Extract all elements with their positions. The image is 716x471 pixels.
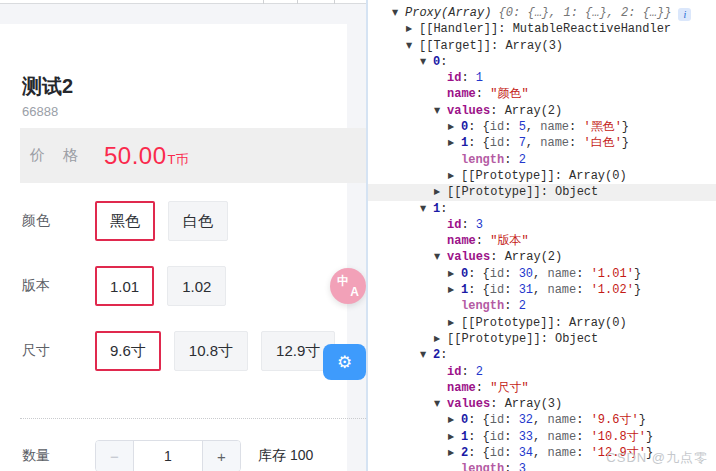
- console-token: :: [461, 365, 475, 379]
- console-row[interactable]: ▼values: Array(3): [368, 396, 716, 412]
- console-token: :: [504, 136, 518, 150]
- console-token: :: [555, 169, 569, 183]
- console-token: [[Prototype]]: [447, 332, 541, 346]
- console-row[interactable]: ▶1: {id: 33, name: '10.8寸'}: [368, 429, 716, 445]
- console-token: name: [447, 87, 476, 101]
- console-token: Array(3): [505, 397, 563, 411]
- expand-arrow-icon[interactable]: ▶: [448, 315, 459, 331]
- console-token: values: [447, 397, 490, 411]
- console-row[interactable]: id: 2: [368, 364, 716, 380]
- console-row[interactable]: name: "版本": [368, 233, 716, 249]
- console-token: 7: [519, 136, 526, 150]
- console-row[interactable]: ▶1: {id: 7, name: '白色'}: [368, 135, 716, 151]
- console-row[interactable]: ▼values: Array(2): [368, 249, 716, 265]
- expand-arrow-icon[interactable]: ▶: [448, 282, 459, 298]
- console-token: }: [639, 413, 646, 427]
- expand-arrow-icon[interactable]: ▶: [448, 445, 459, 461]
- console-token: id: [447, 71, 461, 85]
- console-token: :: [440, 202, 447, 216]
- spec-option-button[interactable]: 1.01: [95, 266, 154, 306]
- console-row[interactable]: ▶[[Prototype]]: Array(0): [368, 315, 716, 331]
- console-row[interactable]: length: 2: [368, 298, 716, 314]
- expand-arrow-icon[interactable]: ▶: [448, 266, 459, 282]
- expand-arrow-icon[interactable]: ▶: [434, 331, 445, 347]
- expand-arrow-icon[interactable]: ▶: [448, 429, 459, 445]
- quantity-increase-button[interactable]: +: [202, 441, 240, 471]
- console-row[interactable]: name: "尺寸": [368, 380, 716, 396]
- spec-option-button[interactable]: 1.02: [167, 266, 226, 306]
- quantity-stepper: − +: [95, 440, 241, 471]
- collapse-arrow-icon[interactable]: ▼: [434, 249, 445, 265]
- collapse-arrow-icon[interactable]: ▼: [406, 38, 417, 54]
- spec-option-button[interactable]: 9.6寸: [95, 331, 161, 371]
- settings-floating-button[interactable]: ⚙: [323, 344, 366, 380]
- spec-option-button[interactable]: 黑色: [95, 201, 155, 241]
- collapse-arrow-icon[interactable]: ▼: [420, 201, 431, 217]
- console-token: ,: [533, 267, 547, 281]
- console-row[interactable]: ▼[[Target]]: Array(3): [368, 38, 716, 54]
- console-row[interactable]: id: 1: [368, 70, 716, 86]
- console-token: 2: [519, 153, 526, 167]
- console-row[interactable]: ▶[[Prototype]]: Object: [368, 331, 716, 347]
- console-token: :: [569, 120, 583, 134]
- console-row[interactable]: ▶[[Prototype]]: Object: [368, 184, 716, 200]
- screenshot-root: 测试2 66888 价格 50.00 T币 颜色黑色白色版本1.011.02尺寸…: [0, 0, 716, 471]
- spec-option-button[interactable]: 白色: [168, 201, 228, 241]
- stock-text: 库存 100: [258, 447, 313, 465]
- translate-floating-button[interactable]: 中 A: [330, 268, 366, 304]
- console-token: id: [490, 120, 504, 134]
- console-row[interactable]: ▼values: Array(2): [368, 103, 716, 119]
- console-token: id: [490, 283, 504, 297]
- console-row[interactable]: name: "颜色": [368, 86, 716, 102]
- console-row[interactable]: length: 2: [368, 152, 716, 168]
- collapse-arrow-icon[interactable]: ▼: [434, 396, 445, 412]
- console-token: [[Handler]]: [419, 22, 498, 36]
- console-token: id: [447, 218, 461, 232]
- console-row[interactable]: ▶[[Handler]]: MutableReactiveHandler: [368, 21, 716, 37]
- quantity-input[interactable]: [134, 441, 202, 471]
- console-token: Array(0): [569, 316, 627, 330]
- console-row[interactable]: ▼2:: [368, 347, 716, 363]
- expand-arrow-icon[interactable]: ▶: [406, 21, 417, 37]
- console-token: id: [490, 136, 504, 150]
- console-token: id: [490, 413, 504, 427]
- console-token: {0: {…}, 1: {…}, 2: {…}}: [491, 6, 671, 20]
- console-row[interactable]: ▶0: {id: 5, name: '黑色'}: [368, 119, 716, 135]
- console-token: name: [547, 430, 576, 444]
- console-token: :: [476, 381, 490, 395]
- console-token: :: [476, 87, 490, 101]
- collapse-arrow-icon[interactable]: ▼: [392, 5, 403, 21]
- expand-arrow-icon[interactable]: ▶: [448, 168, 459, 184]
- expand-arrow-icon[interactable]: ▶: [448, 119, 459, 135]
- console-token: {: [483, 413, 490, 427]
- devtools-console[interactable]: ▼Proxy(Array) {0: {…}, 1: {…}, 2: {…}}i▶…: [368, 0, 716, 471]
- console-token: {: [483, 267, 490, 281]
- watermark-text: CSDN @九点零: [606, 449, 708, 467]
- info-icon[interactable]: i: [678, 8, 691, 21]
- console-row[interactable]: ▶0: {id: 32, name: '9.6寸'}: [368, 412, 716, 428]
- collapse-arrow-icon[interactable]: ▼: [420, 54, 431, 70]
- console-row[interactable]: ▼Proxy(Array) {0: {…}, 1: {…}, 2: {…}}i: [368, 5, 716, 21]
- spec-option-button[interactable]: 10.8寸: [174, 331, 248, 371]
- expand-arrow-icon[interactable]: ▶: [448, 412, 459, 428]
- console-token: :: [476, 234, 490, 248]
- console-row[interactable]: ▶[[Prototype]]: Array(0): [368, 168, 716, 184]
- console-token: ,: [533, 283, 547, 297]
- console-token: name: [547, 283, 576, 297]
- expand-arrow-icon[interactable]: ▶: [448, 135, 459, 151]
- console-token: "尺寸": [490, 381, 528, 395]
- console-row[interactable]: ▶0: {id: 30, name: '1.01'}: [368, 266, 716, 282]
- console-row[interactable]: ▶1: {id: 31, name: '1.02'}: [368, 282, 716, 298]
- collapse-arrow-icon[interactable]: ▼: [420, 347, 431, 363]
- expand-arrow-icon[interactable]: ▶: [434, 184, 445, 200]
- console-token: '9.6寸': [591, 413, 639, 427]
- console-token: :: [541, 332, 555, 346]
- console-row[interactable]: id: 3: [368, 217, 716, 233]
- console-row[interactable]: ▼0:: [368, 54, 716, 70]
- collapse-arrow-icon[interactable]: ▼: [434, 103, 445, 119]
- console-token: ,: [533, 413, 547, 427]
- quantity-decrease-button[interactable]: −: [96, 441, 134, 471]
- console-row[interactable]: ▼1:: [368, 201, 716, 217]
- console-token: :: [504, 299, 518, 313]
- console-token: Array(0): [569, 169, 627, 183]
